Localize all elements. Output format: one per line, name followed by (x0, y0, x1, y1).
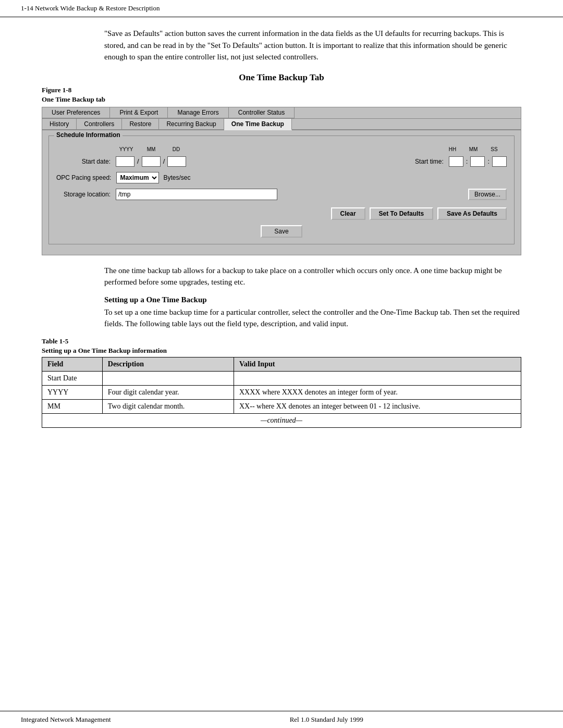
time-col-mm: MM (466, 146, 481, 152)
schedule-group: Schedule Information YYYY MM DD (48, 135, 515, 244)
intro-paragraph: "Save as Defaults" action button saves t… (104, 28, 521, 63)
section-title: One Time Backup Tab (42, 72, 521, 83)
storage-label: Storage location: (56, 191, 114, 198)
table-row: Start Date (42, 371, 521, 385)
top-tab-row: User Preferences Print & Export Manage E… (42, 107, 521, 119)
opc-label: OPC Pacing speed: (56, 174, 114, 181)
opc-pacing-row: OPC Pacing speed: Maximum Bytes/sec (56, 172, 507, 183)
save-defaults-button[interactable]: Save As Defaults (437, 207, 507, 220)
tab-manage-errors[interactable]: Manage Errors (168, 107, 228, 118)
footer-left: Integrated Network Management (21, 715, 111, 724)
table-caption: Setting up a One Time Backup information (42, 347, 521, 355)
start-date-yyyy[interactable] (116, 156, 134, 167)
body-paragraph-1: The one time backup tab allows for a bac… (104, 265, 521, 288)
bytes-label: Bytes/sec (163, 174, 190, 181)
tab-print-export[interactable]: Print & Export (110, 107, 168, 118)
cell-valid-1: XXXX where XXXX denotes an integer form … (234, 385, 521, 399)
page: 1-14 Network Wide Backup & Restore Descr… (0, 0, 563, 728)
start-time-label: Start time: (405, 158, 447, 165)
start-date-row: Start date: / / Start time: : : (56, 156, 507, 167)
tab-one-time-backup[interactable]: One Time Backup (224, 119, 292, 130)
subsection-title: Setting up a One Time Backup (104, 295, 521, 304)
tab-controller-status[interactable]: Controller Status (229, 107, 295, 118)
footer-center: Rel 1.0 Standard July 1999 (290, 715, 363, 724)
cell-field-0: Start Date (42, 371, 103, 385)
cell-field-1: YYYY (42, 385, 103, 399)
cell-valid-2: XX-- where XX denotes an integer between… (234, 399, 521, 413)
start-date-dd[interactable] (167, 156, 186, 167)
set-defaults-button[interactable]: Set To Defaults (370, 207, 433, 220)
data-table: Field Description Valid Input Start Date… (42, 357, 521, 428)
opc-speed-select[interactable]: Maximum (116, 172, 159, 183)
table-row: MM Two digit calendar month. XX-- where … (42, 399, 521, 413)
time-col-ss: SS (487, 146, 501, 152)
schedule-legend: Schedule Information (54, 131, 123, 139)
time-col-hh: HH (445, 146, 460, 152)
table-label: Table 1-5 (42, 337, 521, 346)
tab-restore[interactable]: Restore (122, 119, 159, 129)
cell-valid-0 (234, 371, 521, 385)
col-field: Field (42, 357, 103, 371)
browse-button[interactable]: Browse... (468, 189, 507, 200)
storage-input[interactable] (116, 189, 277, 200)
tab-user-preferences[interactable]: User Preferences (42, 107, 110, 118)
page-content: "Save as Defaults" action button saves t… (0, 17, 563, 711)
header-text: 1-14 Network Wide Backup & Restore Descr… (21, 4, 160, 12)
col-description: Description (102, 357, 234, 371)
storage-location-row: Storage location: Browse... (56, 189, 507, 200)
figure-label: Figure 1-8 (42, 86, 521, 94)
body-paragraph-2: To set up a one time backup time for a p… (104, 306, 521, 330)
page-footer: Integrated Network Management Rel 1.0 St… (0, 711, 563, 728)
panel-body: Schedule Information YYYY MM DD (42, 130, 521, 255)
figure-name: One Time Backup tab (42, 95, 521, 104)
date-col-mm: MM (142, 146, 161, 152)
table-row-continued: —continued— (42, 413, 521, 427)
cell-continued: —continued— (42, 413, 521, 427)
table-row: YYYY Four digit calendar year. XXXX wher… (42, 385, 521, 399)
action-buttons-row: Clear Set To Defaults Save As Defaults (56, 207, 507, 220)
cell-field-2: MM (42, 399, 103, 413)
save-button[interactable]: Save (261, 225, 302, 238)
start-time-hh[interactable] (449, 156, 463, 167)
page-header: 1-14 Network Wide Backup & Restore Descr… (0, 0, 563, 17)
col-valid-input: Valid Input (234, 357, 521, 371)
start-date-mm[interactable] (142, 156, 161, 167)
ui-screenshot-panel: User Preferences Print & Export Manage E… (42, 107, 521, 255)
cell-desc-2: Two digit calendar month. (102, 399, 234, 413)
start-time-mm[interactable] (470, 156, 485, 167)
tab-recurring-backup[interactable]: Recurring Backup (159, 119, 224, 129)
date-col-yyyy: YYYY (117, 146, 136, 152)
intro-text: "Save as Defaults" action button saves t… (104, 29, 507, 61)
tab-history[interactable]: History (42, 119, 77, 129)
clear-button[interactable]: Clear (331, 207, 365, 220)
start-time-ss[interactable] (492, 156, 507, 167)
start-date-label: Start date: (56, 158, 114, 165)
date-col-dd: DD (167, 146, 186, 152)
cell-desc-1: Four digit calendar year. (102, 385, 234, 399)
bottom-tab-row: History Controllers Restore Recurring Ba… (42, 119, 521, 130)
save-row: Save (56, 225, 507, 238)
cell-desc-0 (102, 371, 234, 385)
tab-controllers[interactable]: Controllers (77, 119, 122, 129)
